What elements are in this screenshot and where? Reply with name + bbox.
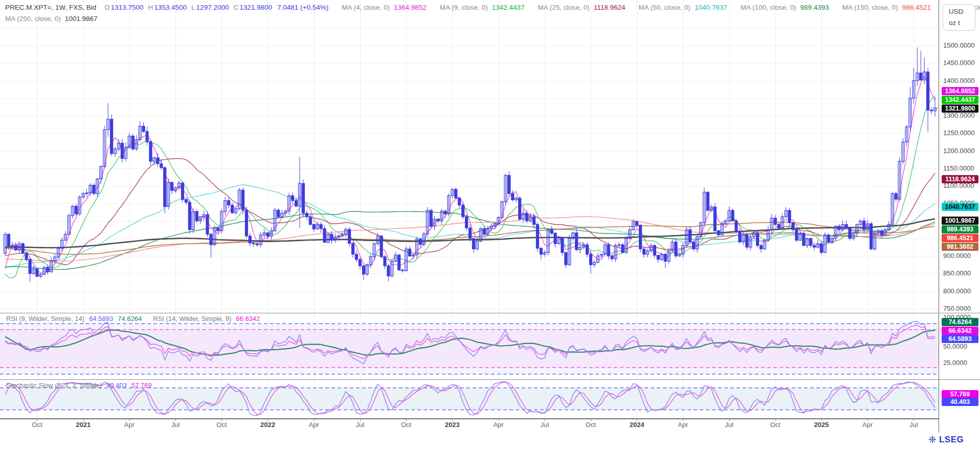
header-segment: 1364.9852: [394, 4, 427, 11]
x-axis-label: 2025: [806, 421, 837, 429]
price-tick-label: 750.0000: [943, 305, 979, 312]
ma250-header: MA (250, close, 0)1001.9867: [5, 15, 98, 23]
header-segment: RSI (14, Wilder, Simple, 9): [153, 315, 231, 323]
header-segment: L: [191, 4, 195, 11]
price-badge: 986.4521: [942, 234, 978, 242]
x-axis-label: Oct: [391, 421, 421, 429]
x-axis-label: Jul: [714, 421, 745, 429]
axis-unit-box: USD oz t: [943, 4, 975, 31]
rsi-tick-label: 50.0000: [943, 343, 979, 350]
lseg-logo: ❈ LSEG: [928, 435, 964, 445]
rsi-badge: 66.6342: [942, 327, 978, 335]
rsi-header: RSI (9, Wilder, Simple, 14)64.589374.626…: [6, 315, 260, 323]
price-tick-label: 1150.0000: [943, 164, 979, 172]
header-segment: 989.4393: [800, 4, 829, 11]
x-axis-label: Oct: [206, 421, 237, 429]
price-tick-label: 1400.0000: [943, 77, 979, 84]
stochastic-header: Stochastic Slow (5, 3, 3, Simple)40.4035…: [6, 381, 152, 389]
header-segment: 1313.7500: [111, 4, 144, 11]
price-badge: 1001.9867: [942, 217, 978, 225]
x-axis-label: Jul: [529, 421, 560, 429]
price-badge: 1342.4437: [942, 96, 978, 104]
lseg-logo-text: LSEG: [939, 435, 964, 445]
price-tick-label: 1250.0000: [943, 129, 979, 137]
header-segment: Stochastic Slow (5, 3, 3, Simple): [6, 381, 102, 389]
ma-4-line: [5, 76, 935, 273]
header-segment: 1342.4437: [492, 4, 525, 11]
x-axis-label: 2021: [68, 421, 99, 429]
header-segment: C: [233, 4, 238, 11]
price-tick-label: 900.0000: [943, 252, 979, 260]
header-segment: MA (250, close, 0): [5, 15, 61, 23]
header-segment: 1118.9624: [594, 4, 626, 11]
stoch-badge: 57.769: [942, 390, 978, 398]
instrument-header: PREC.M.XPT=, 1W, FXS, BidO1313.7500H1353…: [5, 4, 980, 11]
header-segment: RSI (9, Wilder, Simple, 14): [6, 315, 84, 323]
header-segment: 1353.4500: [154, 4, 187, 11]
price-badge: 989.4393: [942, 225, 978, 233]
x-axis-label: Oct: [760, 421, 791, 429]
price-badge: 1118.9624: [942, 175, 978, 183]
price-badge: 1364.9852: [942, 87, 978, 95]
x-axis-label: Apr: [114, 421, 145, 429]
header-segment: 1321.9800: [239, 4, 272, 11]
x-axis-label: Jul: [898, 421, 929, 429]
header-segment: 74.6264: [118, 315, 142, 323]
price-tick-label: 800.0000: [943, 287, 979, 295]
header-segment: 66.6342: [236, 315, 260, 323]
rsi-badge: 74.6264: [942, 318, 978, 326]
price-tick-label: 1200.0000: [943, 147, 979, 155]
ma-25-line: [5, 159, 935, 265]
chart-window: PREC.M.XPT=, 1W, FXS, BidO1313.7500H1353…: [0, 0, 980, 449]
rsi-badge: 64.5893: [942, 335, 978, 343]
price-badge: 1040.7637: [942, 203, 978, 211]
header-segment: MA (100, close, 0): [741, 4, 796, 11]
header-segment: 57.769: [131, 381, 152, 389]
x-axis-label: Apr: [299, 421, 329, 429]
x-axis-label: Jul: [160, 421, 191, 429]
header-segment: PREC.M.XPT=, 1W, FXS, Bid: [5, 4, 96, 11]
ma-9-line: [5, 96, 935, 278]
price-badge: 1321.9800: [942, 104, 978, 113]
x-axis-label: Oct: [21, 421, 52, 429]
x-axis-label: 2022: [252, 421, 283, 429]
header-segment: H: [148, 4, 153, 11]
stoch-badge: 40.403: [942, 398, 978, 406]
lseg-crest-icon: ❈: [928, 435, 937, 445]
header-segment: O: [104, 4, 110, 11]
header-segment: MA (150, close, 0): [842, 4, 898, 11]
header-segment: 7.0481 (+0.54%): [277, 4, 328, 11]
x-axis-label: Apr: [852, 421, 883, 429]
price-tick-label: 1300.0000: [943, 112, 979, 119]
x-axis-label: Apr: [483, 421, 514, 429]
rsi-tick-label: 25.0000: [943, 359, 979, 367]
price-tick-label: 1450.0000: [943, 59, 979, 67]
price-badge: 981.3602: [942, 243, 978, 251]
header-segment: 1040.7637: [695, 4, 727, 11]
unit-label: oz t: [949, 19, 975, 27]
header-segment: 1001.9867: [65, 15, 98, 23]
price-tick-label: 1500.0000: [943, 41, 979, 49]
header-segment: 40.403: [106, 381, 127, 389]
candlestick-series: [4, 47, 937, 282]
header-segment: 64.5893: [89, 315, 113, 323]
x-axis-label: Oct: [575, 421, 606, 429]
header-segment: MA (4, close, 0): [342, 4, 390, 11]
x-axis-label: 2023: [437, 421, 467, 429]
header-segment: 1297.2000: [196, 4, 229, 11]
header-segment: 986.4521: [902, 4, 931, 11]
x-axis-label: Jul: [345, 421, 375, 429]
currency-label: USD: [949, 8, 975, 15]
x-axis-label: Apr: [667, 421, 698, 429]
header-segment: MA (25, close, 0): [538, 4, 589, 11]
header-segment: MA (9, close, 0): [440, 4, 488, 11]
price-tick-label: 850.0000: [943, 269, 979, 277]
header-segment: MA (50, close, 0): [639, 4, 691, 11]
x-axis-label: 2024: [621, 421, 652, 429]
